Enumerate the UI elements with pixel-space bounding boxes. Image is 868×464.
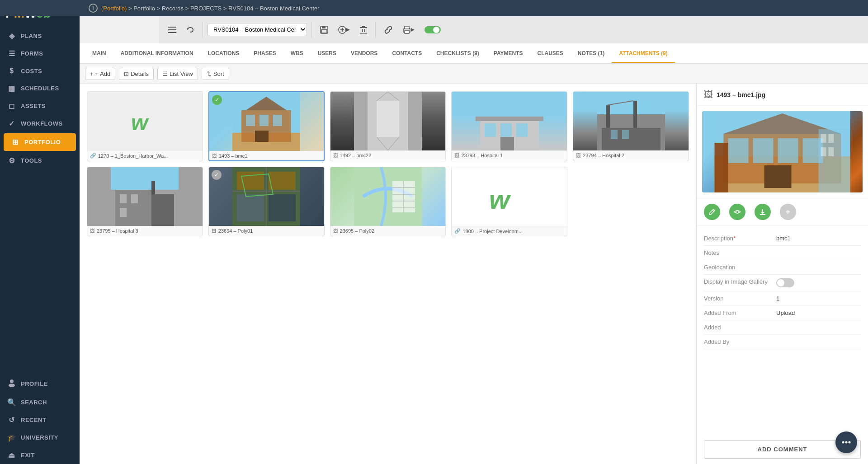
clip-icon: 🔗 (454, 228, 461, 234)
gallery-label: 🖼 23793 – Hospital 1 (452, 150, 567, 160)
svg-rect-88 (715, 143, 728, 192)
tab-additional[interactable]: ADDITIONAL INFORMATION (113, 45, 201, 63)
tab-main[interactable]: MAIN (85, 45, 113, 63)
main-wrapper: RVS0104 – Boston Medical Center MAIN ADD… (80, 16, 868, 464)
tools-icon: ⚙ (7, 156, 16, 165)
tab-payments[interactable]: PAYMENTS (486, 45, 530, 63)
hamburger-menu-button[interactable] (165, 24, 180, 36)
action-bar: + + Add ⊡ Details ☰ List View ⇅ Sort (80, 64, 868, 84)
add-button[interactable] (335, 23, 354, 37)
gallery-panel: w 🔗 1270 – 1_Boston_Harbor_Wa... ✓ (80, 84, 696, 464)
gallery-item[interactable]: 🖼 1492 – bmc22 (330, 91, 446, 161)
added-from-value: Upload (776, 309, 795, 316)
list-view-button[interactable]: ☰ List View (157, 68, 198, 80)
sidebar-item-label: PORTFOLIO (24, 139, 61, 145)
sidebar-item-exit[interactable]: ⏏ EXIT (0, 446, 80, 464)
svg-rect-66 (269, 194, 296, 221)
sidebar-item-schedules[interactable]: ▦ SCHEDULES (0, 80, 80, 97)
svg-rect-44 (516, 123, 528, 137)
sort-icon: ⇅ (207, 70, 212, 77)
sidebar-item-recent[interactable]: ↺ RECENT (0, 411, 80, 429)
sidebar-item-search[interactable]: 🔍 SEARCH (0, 394, 80, 411)
added-label: Added (704, 324, 776, 331)
university-icon: 🎓 (7, 433, 16, 442)
exit-icon: ⏏ (7, 451, 16, 459)
sidebar-item-forms[interactable]: ☰ FORMS (0, 45, 80, 62)
sidebar-item-costs[interactable]: $ COSTS (0, 62, 80, 80)
svg-point-103 (849, 441, 851, 444)
gallery-thumb (87, 167, 203, 226)
svg-rect-4 (168, 32, 176, 33)
tab-checklists[interactable]: CHECKLISTS (9) (429, 45, 486, 63)
sidebar-item-university[interactable]: 🎓 UNIVERSITY (0, 429, 80, 446)
tab-locations[interactable]: LOCATIONS (201, 45, 247, 63)
fab-button[interactable] (835, 431, 857, 453)
content-area: w 🔗 1270 – 1_Boston_Harbor_Wa... ✓ (80, 84, 868, 464)
sidebar-item-label: EXIT (21, 452, 35, 459)
tab-clauses[interactable]: CLAUSES (530, 45, 571, 63)
gallery-item[interactable]: w 🔗 1800 – Project Developm... (451, 167, 567, 236)
costs-icon: $ (7, 67, 16, 75)
sidebar-item-label: TOOLS (21, 157, 42, 164)
image-icon: 🖼 (454, 153, 459, 158)
delete-button[interactable] (356, 23, 371, 37)
gallery-item[interactable]: w 🔗 1270 – 1_Boston_Harbor_Wa... (87, 91, 203, 161)
gallery-item[interactable]: 🖼 23793 – Hospital 1 (451, 91, 567, 161)
download-button[interactable] (755, 204, 771, 220)
sort-button[interactable]: ⇅ Sort (202, 68, 229, 80)
svg-rect-92 (821, 147, 826, 156)
gallery-label: 🔗 1270 – 1_Boston_Harbor_Wa... (87, 150, 203, 160)
svg-rect-65 (237, 194, 264, 221)
edit-button[interactable] (704, 204, 720, 220)
field-added-by: Added By (704, 335, 861, 349)
svg-rect-30 (273, 115, 282, 126)
sidebar-item-profile[interactable]: PROFILE (0, 374, 80, 394)
detail-actions (697, 198, 868, 226)
tab-attachments[interactable]: ATTACHMENTS (9) (612, 45, 675, 63)
tab-wbs[interactable]: WBS (283, 45, 311, 63)
sidebar-item-workflows[interactable]: ✓ WORKFLOWS (0, 115, 80, 132)
record-dropdown[interactable]: RVS0104 – Boston Medical Center (208, 23, 307, 36)
sidebar-item-label: SCHEDULES (21, 85, 59, 92)
add-attachment-button[interactable]: + + Add (85, 68, 115, 80)
svg-rect-82 (728, 138, 749, 163)
svg-rect-31 (255, 131, 269, 142)
description-value: bmc1 (776, 235, 791, 242)
gallery-label: 🖼 1493 – bmc1 (209, 151, 324, 160)
assets-icon: ◻ (7, 102, 16, 110)
sidebar-item-tools[interactable]: ⚙ TOOLS (0, 152, 80, 169)
print-button[interactable] (399, 23, 418, 37)
more-button[interactable] (780, 204, 796, 220)
info-icon[interactable]: i (89, 4, 98, 13)
toggle-button[interactable] (421, 23, 444, 37)
gallery-item[interactable]: ✓ (208, 167, 325, 236)
svg-rect-20 (405, 31, 409, 33)
undo-button[interactable] (183, 23, 198, 37)
gallery-item[interactable]: ✓ 🖼 (208, 91, 325, 161)
tab-contacts[interactable]: CONTACTS (385, 45, 429, 63)
sidebar-item-assets[interactable]: ◻ ASSETS (0, 97, 80, 115)
record-selector[interactable]: RVS0104 – Boston Medical Center (208, 23, 307, 36)
tab-users[interactable]: USERS (311, 45, 344, 63)
view-button[interactable] (729, 204, 745, 220)
breadcrumb-portfolio[interactable]: (Portfolio) (101, 5, 127, 12)
details-button[interactable]: ⊡ Details (119, 68, 154, 80)
tab-vendors[interactable]: VENDORS (344, 45, 385, 63)
svg-point-1 (9, 384, 15, 387)
gallery-item[interactable]: 🖼 23695 – Poly02 (330, 167, 446, 236)
gallery-item[interactable]: 🖼 23794 – Hospital 2 (573, 91, 689, 161)
display-gallery-toggle[interactable] (776, 278, 794, 287)
gallery-item[interactable]: 🖼 23795 – Hospital 3 (87, 167, 203, 236)
link-button[interactable] (380, 23, 396, 37)
gallery-label: 🖼 23794 – Hospital 2 (573, 150, 689, 160)
portfolio-icon: ⊞ (11, 138, 20, 146)
tab-phases[interactable]: PHASES (246, 45, 283, 63)
save-button[interactable] (316, 23, 332, 37)
sidebar-item-portfolio[interactable]: ⊞ PORTFOLIO (4, 133, 76, 151)
sidebar-item-label: RECENT (21, 417, 46, 423)
sidebar-item-plans[interactable]: ◈ PLANS (0, 27, 80, 45)
tab-notes[interactable]: NOTES (1) (571, 45, 612, 63)
sidebar-item-label: UNIVERSITY (21, 434, 58, 441)
svg-rect-53 (611, 130, 618, 139)
sidebar-item-label: COSTS (21, 68, 42, 75)
